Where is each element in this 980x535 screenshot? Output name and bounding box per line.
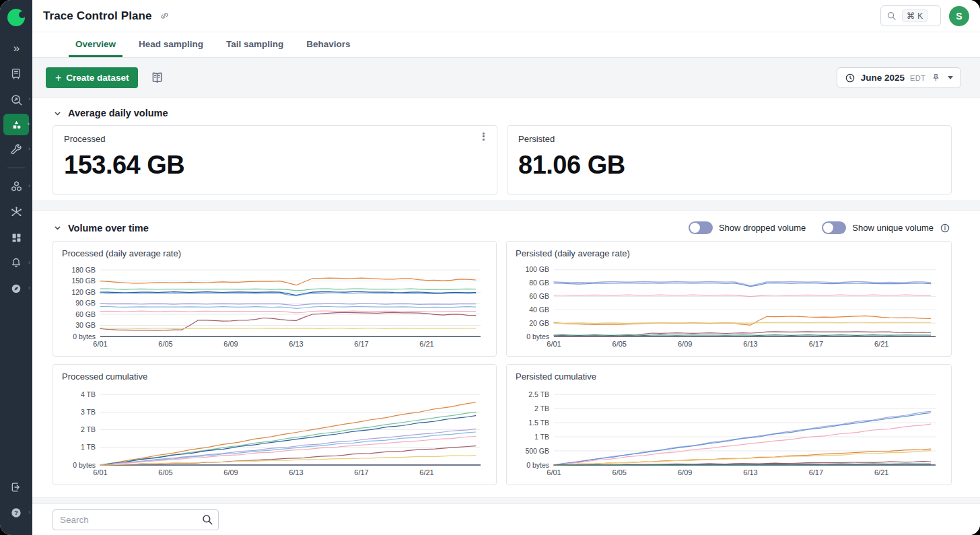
svg-text:20 GB: 20 GB — [529, 319, 549, 327]
chevron-right-icon: › — [28, 182, 30, 189]
collapse-section-button[interactable] — [54, 224, 61, 231]
clock-icon — [845, 73, 855, 83]
chart-title: Persisted cumulative — [516, 371, 942, 382]
svg-text:2 TB: 2 TB — [81, 425, 96, 433]
card-menu-button[interactable]: ⋮ — [479, 131, 489, 143]
selected-month: June 2025 — [861, 73, 905, 83]
svg-text:6/09: 6/09 — [678, 340, 692, 348]
svg-text:0 bytes: 0 bytes — [73, 461, 96, 469]
sidebar-item-alerts[interactable]: › — [3, 252, 30, 275]
svg-text:6/01: 6/01 — [93, 468, 107, 476]
chevron-right-icon: › — [28, 145, 30, 152]
svg-text:6/01: 6/01 — [547, 340, 561, 348]
svg-text:1 TB: 1 TB — [81, 443, 96, 451]
tab-bar: Overview Head sampling Tail sampling Beh… — [32, 32, 980, 58]
copy-link-button[interactable] — [159, 10, 170, 22]
metric-value: 81.06 GB — [518, 151, 940, 180]
user-avatar[interactable]: S — [949, 6, 969, 26]
shapes-icon — [9, 118, 24, 132]
svg-text:40 GB: 40 GB — [529, 306, 549, 314]
docs-button[interactable] — [150, 71, 164, 85]
search-icon — [886, 11, 897, 21]
sidebar-item-service-map[interactable] — [3, 201, 30, 223]
svg-text:0 bytes: 0 bytes — [73, 332, 96, 341]
sidebar-expand-button[interactable]: » — [3, 37, 30, 60]
grid-icon — [10, 231, 23, 244]
magnifier-arrow-icon — [9, 93, 24, 107]
svg-text:1 TB: 1 TB — [534, 433, 549, 441]
chart-title: Processed cumulative — [62, 371, 487, 382]
search-icon — [201, 513, 213, 528]
tab-head-sampling[interactable]: Head sampling — [132, 32, 210, 57]
global-search-button[interactable]: ⌘ K — [880, 5, 941, 26]
help-icon: ? — [9, 506, 23, 520]
sidebar-divider — [7, 168, 25, 168]
persisted-metric-card: Persisted 81.06 GB — [507, 125, 952, 194]
create-dataset-button[interactable]: + Create dataset — [46, 67, 138, 88]
timezone-label: EDT — [910, 74, 925, 82]
persisted-cumulative-chart: Persisted cumulative 2.5 TB2 TB1.5 TB1 T… — [506, 364, 952, 485]
tab-overview[interactable]: Overview — [69, 32, 123, 57]
svg-text:180 GB: 180 GB — [71, 266, 96, 274]
main-area: Trace Control Plane ⌘ K S Overview Head … — [32, 0, 980, 535]
svg-text:6/01: 6/01 — [93, 340, 107, 348]
metric-value: 153.64 GB — [64, 151, 486, 180]
app-window: » › › › › › — [0, 0, 980, 535]
network-hub-icon — [9, 205, 24, 219]
svg-text:6/05: 6/05 — [158, 468, 172, 476]
svg-text:6/17: 6/17 — [354, 340, 368, 348]
toggle-label: Show dropped volume — [719, 223, 806, 233]
svg-text:90 GB: 90 GB — [75, 299, 96, 307]
svg-text:6/01: 6/01 — [547, 468, 561, 476]
collapse-section-button[interactable] — [54, 110, 61, 117]
dataset-search-input[interactable] — [53, 509, 219, 530]
chart-plot: 4 TB3 TB2 TB1 TB0 bytes6/016/056/096/136… — [62, 383, 487, 480]
svg-text:60 GB: 60 GB — [75, 310, 96, 318]
sidebar: » › › › › › — [0, 0, 32, 535]
sidebar-item-datasets[interactable]: › — [3, 114, 29, 135]
toolbar: + Create dataset June 2025 EDT — [32, 58, 980, 98]
wrench-icon — [9, 143, 23, 156]
sidebar-item-explore[interactable]: › — [3, 88, 30, 111]
time-range-picker[interactable]: June 2025 EDT — [837, 67, 961, 88]
volume-over-time-section: Volume over time Show dropped volume Sho… — [32, 210, 980, 498]
sidebar-item-discover[interactable]: › — [3, 277, 30, 300]
svg-text:6/21: 6/21 — [874, 468, 888, 476]
sidebar-item-environments[interactable]: › — [3, 175, 30, 198]
svg-text:3 TB: 3 TB — [81, 408, 96, 416]
notebook-icon — [9, 67, 23, 81]
svg-text:6/13: 6/13 — [743, 468, 757, 476]
sidebar-item-settings[interactable]: › — [3, 138, 30, 161]
show-unique-volume-toggle[interactable] — [822, 221, 846, 234]
chart-plot: 100 GB80 GB60 GB40 GB20 GB0 bytes6/016/0… — [516, 260, 942, 351]
chevrons-right-icon: » — [13, 42, 19, 55]
chevron-down-icon[interactable] — [948, 76, 953, 79]
header: Trace Control Plane ⌘ K S — [32, 0, 980, 32]
svg-text:2 TB: 2 TB — [534, 404, 549, 413]
svg-text:6/05: 6/05 — [612, 340, 627, 348]
sidebar-item-query-history[interactable] — [3, 63, 30, 85]
svg-text:6/21: 6/21 — [419, 468, 433, 476]
honeycomb-logo[interactable] — [5, 6, 28, 29]
persisted-rate-chart: Persisted (daily average rate) 100 GB80 … — [506, 241, 952, 357]
chart-title: Processed (daily average rate) — [62, 248, 487, 258]
chart-plot: 180 GB150 GB120 GB90 GB60 GB30 GB0 bytes… — [62, 260, 487, 351]
svg-text:6/05: 6/05 — [158, 340, 172, 348]
chart-title: Persisted (daily average rate) — [516, 248, 942, 258]
svg-text:80 GB: 80 GB — [529, 279, 549, 287]
show-dropped-volume-toggle[interactable] — [689, 221, 713, 234]
sidebar-item-sign-out[interactable] — [3, 476, 30, 499]
svg-text:100 GB: 100 GB — [525, 265, 549, 273]
svg-text:6/21: 6/21 — [419, 340, 433, 348]
svg-text:?: ? — [14, 509, 18, 516]
compass-icon — [9, 282, 23, 295]
info-icon[interactable] — [940, 223, 950, 234]
tab-tail-sampling[interactable]: Tail sampling — [219, 32, 290, 57]
keyboard-shortcut: ⌘ K — [902, 9, 928, 22]
svg-text:120 GB: 120 GB — [71, 288, 96, 296]
pin-icon[interactable] — [931, 73, 941, 83]
tab-behaviors[interactable]: Behaviors — [300, 32, 357, 57]
sidebar-item-help[interactable]: ? › — [3, 501, 30, 524]
sign-out-icon — [9, 480, 23, 494]
sidebar-item-dashboards[interactable] — [3, 226, 30, 249]
